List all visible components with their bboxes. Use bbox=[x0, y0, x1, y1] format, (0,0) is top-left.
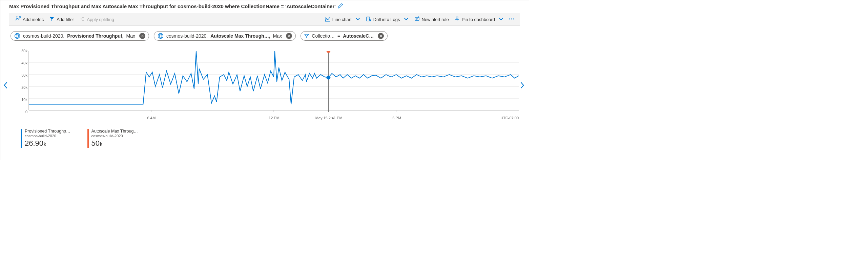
page-title: Max Provisioned Throughput and Max Autos… bbox=[9, 3, 336, 9]
legend-color-bar bbox=[21, 129, 22, 148]
add-metric-label: Add metric bbox=[23, 17, 44, 22]
pill-aggregation: Max bbox=[273, 33, 282, 39]
pill-metric: Autoscale Max Through…, bbox=[210, 33, 270, 39]
chart-type-button[interactable]: Line chart bbox=[322, 15, 363, 24]
resource-icon bbox=[14, 33, 20, 39]
y-axis-tick-label: 20k bbox=[18, 85, 27, 89]
resource-icon bbox=[158, 33, 164, 39]
pill-resource: cosmos-build-2020, bbox=[23, 33, 64, 39]
svg-text:+: + bbox=[16, 16, 18, 19]
legend-series-name: Provisioned Throughp… bbox=[25, 129, 70, 134]
legend-item[interactable]: Provisioned Throughp…cosmos-build-202026… bbox=[21, 129, 70, 148]
drill-into-logs-button[interactable]: Drill into Logs bbox=[363, 15, 412, 24]
legend-item[interactable]: Autoscale Max Throug…cosmos-build-202050… bbox=[87, 129, 138, 148]
y-axis-tick-label: 10k bbox=[18, 98, 27, 102]
filter-icon bbox=[304, 34, 309, 38]
svg-text:+: + bbox=[418, 16, 419, 19]
chart-plot-region[interactable]: 010k20k30k40k50k6 AM12 PM6 PMMay 15 2:41… bbox=[18, 51, 519, 112]
pin-to-dashboard-label: Pin to dashboard bbox=[462, 17, 495, 22]
apply-splitting-label: Apply splitting bbox=[87, 17, 114, 22]
metric-pill[interactable]: cosmos-build-2020, Autoscale Max Through… bbox=[154, 31, 296, 41]
x-axis-tick-label: 12 PM bbox=[269, 116, 280, 120]
edit-title-icon[interactable] bbox=[338, 3, 343, 9]
add-filter-button[interactable]: + Add filter bbox=[46, 15, 77, 24]
x-axis-tick-label: 6 PM bbox=[392, 116, 401, 120]
time-nav-left-button[interactable] bbox=[3, 81, 9, 90]
new-alert-rule-label: New alert rule bbox=[422, 17, 449, 22]
chevron-down-icon bbox=[404, 16, 409, 23]
svg-point-25 bbox=[326, 51, 330, 53]
drill-into-logs-label: Drill into Logs bbox=[373, 17, 400, 22]
legend-color-bar bbox=[87, 129, 89, 148]
chart-toolbar: + Add metric + Add filter Apply splittin… bbox=[9, 13, 520, 26]
x-axis-tick-label: 6 AM bbox=[147, 116, 156, 120]
chart-legend: Provisioned Throughp…cosmos-build-202026… bbox=[0, 120, 529, 148]
more-options-button[interactable] bbox=[507, 15, 517, 24]
remove-pill-icon[interactable]: ✕ bbox=[139, 33, 145, 39]
chart-area: 010k20k30k40k50k6 AM12 PM6 PMMay 15 2:41… bbox=[0, 51, 529, 120]
metric-chart-panel: Max Provisioned Throughput and Max Autos… bbox=[0, 0, 529, 160]
legend-resource-name: cosmos-build-2020 bbox=[91, 134, 138, 138]
filter-property: Collectio… bbox=[312, 33, 335, 39]
metric-pills-row: cosmos-build-2020, Provisioned Throughpu… bbox=[0, 26, 529, 41]
chart-type-label: Line chart bbox=[332, 17, 352, 22]
pill-aggregation: Max bbox=[126, 33, 135, 39]
legend-resource-name: cosmos-build-2020 bbox=[25, 134, 70, 138]
filter-pill[interactable]: Collectio… = AutoscaleC…✕ bbox=[301, 31, 388, 41]
pill-metric: Provisioned Throughput, bbox=[67, 33, 123, 39]
y-axis-tick-label: 30k bbox=[18, 73, 27, 77]
add-filter-label: Add filter bbox=[57, 17, 74, 22]
timezone-label: UTC-07:00 bbox=[500, 116, 519, 120]
pin-to-dashboard-button[interactable]: Pin to dashboard bbox=[452, 15, 507, 24]
svg-point-8 bbox=[513, 18, 514, 19]
svg-point-6 bbox=[509, 18, 510, 19]
add-metric-button[interactable]: + Add metric bbox=[13, 15, 46, 24]
remove-pill-icon[interactable]: ✕ bbox=[286, 33, 292, 39]
y-axis-tick-label: 40k bbox=[18, 61, 27, 65]
filter-value: AutoscaleC… bbox=[343, 33, 374, 39]
chevron-down-icon bbox=[355, 16, 360, 23]
pill-resource: cosmos-build-2020, bbox=[166, 33, 208, 39]
legend-series-name: Autoscale Max Throug… bbox=[91, 129, 138, 134]
new-alert-rule-button[interactable]: + New alert rule bbox=[412, 15, 452, 24]
svg-text:+: + bbox=[49, 16, 51, 19]
filter-operator: = bbox=[337, 33, 340, 39]
chevron-down-icon bbox=[498, 16, 504, 23]
svg-point-26 bbox=[326, 76, 330, 80]
cursor-time-label: May 15 2:41 PM bbox=[315, 116, 343, 120]
metric-pill[interactable]: cosmos-build-2020, Provisioned Throughpu… bbox=[11, 31, 149, 41]
y-axis-tick-label: 50k bbox=[18, 49, 27, 53]
remove-pill-icon[interactable]: ✕ bbox=[378, 33, 384, 39]
y-axis-tick-label: 0 bbox=[18, 110, 27, 114]
legend-value: 50k bbox=[91, 139, 138, 148]
time-nav-right-button[interactable] bbox=[520, 81, 526, 90]
legend-value: 26.90k bbox=[25, 139, 70, 148]
apply-splitting-button: Apply splitting bbox=[77, 15, 117, 24]
svg-point-7 bbox=[511, 18, 512, 19]
